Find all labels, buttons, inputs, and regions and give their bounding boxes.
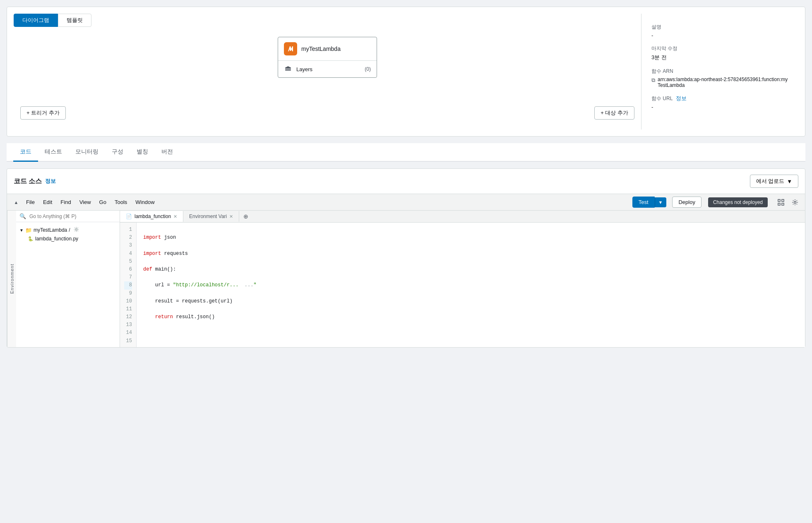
line-num-15: 15 [124,337,132,345]
menu-file[interactable]: File [24,198,37,206]
last-modified-value: 3분 전 [651,54,788,61]
line-num-4: 4 [124,250,132,258]
diagram-section: 다이어그램 템플릿 myTestLambda [7,7,805,137]
editor-tab-env-vars[interactable]: Environment Vari ✕ [183,211,239,222]
line-num-10: 10 [124,297,132,305]
add-trigger-button[interactable]: + 트리거 추가 [20,106,66,120]
upload-label: 에서 업로드 [756,178,785,185]
tab-template[interactable]: 템플릿 [58,14,91,27]
tab1-close-icon[interactable]: ✕ [173,214,177,219]
svg-rect-1 [285,70,291,71]
code-section: 코드 소스 정보 에서 업로드 ▼ ▲ File Edit Find View … [7,168,805,348]
test-button[interactable]: Test [632,197,655,208]
tab1-label: lambda_function [135,214,171,219]
function-arn-value: arn:aws:lambda:ap-northeast-2:5782456539… [658,77,788,88]
svg-point-7 [75,228,77,230]
code-content: 1 2 3 4 5 6 7 8 9 10 11 12 13 14 15 impo… [120,223,805,347]
code-line-8 [143,345,798,347]
tab-code[interactable]: 코드 [13,143,38,162]
tab-monitor[interactable]: 모니터링 [69,143,105,162]
menu-window[interactable]: Window [133,198,157,206]
line-num-7: 7 [124,273,132,281]
deploy-button[interactable]: Deploy [672,197,701,208]
lambda-node-layers[interactable]: Layers (0) [278,61,377,77]
line-num-5: 5 [124,258,132,266]
lambda-node-header: myTestLambda [278,37,377,61]
settings-icon[interactable] [790,197,800,207]
tab2-close-icon[interactable]: ✕ [229,214,233,219]
triangle-icon: ▼ [19,228,24,233]
description-label: 설명 [651,24,788,31]
menu-edit[interactable]: Edit [41,198,55,206]
line-numbers: 1 2 3 4 5 6 7 8 9 10 11 12 13 14 15 [120,223,137,347]
layers-icon [284,65,292,73]
upload-arrow-icon: ▼ [787,178,792,185]
menu-view[interactable]: View [77,198,94,206]
environment-sidebar-label: Environment [7,211,16,347]
editor-tab-lambda-function[interactable]: 📄 lambda_function ✕ [120,211,183,222]
copy-arn-icon[interactable]: ⧉ [651,77,655,84]
file-item-lambda-function[interactable]: 🐍 lambda_function.py [18,235,118,243]
tab-alias[interactable]: 별칭 [130,143,155,162]
file-explorer-wrapper: Environment 🔍 ▼ 📁 myTestLambda / [7,211,120,347]
code-line-3: def main(): [143,266,798,273]
editor-file-tabs: 📄 lambda_function ✕ Environment Vari ✕ ⊕ [120,211,805,223]
diagram-buttons: + 트리거 추가 + 대상 추가 [14,106,641,120]
function-url-label: 함수 URL [651,95,673,102]
code-source-title: 코드 소스 [14,177,42,186]
fullscreen-icon[interactable] [776,197,786,207]
search-icon: 🔍 [19,213,26,219]
code-source-info-link[interactable]: 정보 [45,178,56,185]
svg-rect-3 [782,199,784,202]
line-num-12: 12 [124,313,132,321]
lambda-node: myTestLambda Layers (0) [278,37,377,78]
tab-config[interactable]: 구성 [105,143,130,162]
last-modified-label: 마지막 수정 [651,45,788,52]
function-url-info-link[interactable]: 정보 [676,95,687,102]
search-input[interactable] [29,214,116,219]
line-num-13: 13 [124,321,132,329]
code-line-1: import json [143,234,798,242]
svg-rect-4 [778,203,780,205]
tab2-label: Environment Vari [189,214,227,219]
file-search-bar: 🔍 [16,211,120,222]
code-section-header: 코드 소스 정보 에서 업로드 ▼ [7,169,805,194]
line-num-8: 8 [124,281,132,289]
file-explorer: 🔍 ▼ 📁 myTestLambda / [16,211,120,347]
code-line-5: result = requests.get(url) [143,297,798,305]
menu-find[interactable]: Find [58,198,73,206]
line-num-6: 6 [124,266,132,273]
folder-name: myTestLambda [34,227,67,233]
file-name: lambda_function.py [35,236,78,242]
line-num-14: 14 [124,329,132,337]
code-lines[interactable]: import json import requests def main(): … [137,223,805,347]
line-num-3: 3 [124,242,132,250]
upload-button[interactable]: 에서 업로드 ▼ [750,175,799,188]
tab-version[interactable]: 버전 [155,143,180,162]
info-panel: 설명 - 마지막 수정 3분 전 함수 ARN ⧉ arn:aws:lambda… [641,14,798,130]
folder-item-myTestLambda[interactable]: ▼ 📁 myTestLambda / [18,226,118,235]
menu-tools[interactable]: Tools [112,198,130,206]
description-value: - [651,32,788,38]
test-dropdown-arrow[interactable]: ▼ [655,197,667,207]
line-num-9: 9 [124,290,132,297]
function-url-value: - [651,104,788,110]
function-arn-label: 함수 ARN [651,68,788,75]
folder-suffix: / [69,227,70,233]
svg-rect-0 [285,67,291,69]
add-tab-button[interactable]: ⊕ [239,211,252,222]
code-line-6: return result.json() [143,313,798,321]
svg-rect-5 [782,203,784,205]
menu-go[interactable]: Go [97,198,109,206]
test-btn-group: Test ▼ [632,197,667,208]
file-tree: ▼ 📁 myTestLambda / 🐍 lambd [16,222,120,246]
lambda-node-title: myTestLambda [301,46,341,52]
folder-settings-icon[interactable] [74,227,79,233]
tab-test[interactable]: 테스트 [38,143,69,162]
svg-point-6 [794,201,796,203]
add-target-button[interactable]: + 대상 추가 [594,106,634,120]
tab-diagram[interactable]: 다이어그램 [14,14,58,27]
collapse-button[interactable]: ▲ [12,198,20,206]
editor-toolbar: ▲ File Edit Find View Go Tools Window Te… [7,194,805,211]
code-editor: 📄 lambda_function ✕ Environment Vari ✕ ⊕… [120,211,805,347]
